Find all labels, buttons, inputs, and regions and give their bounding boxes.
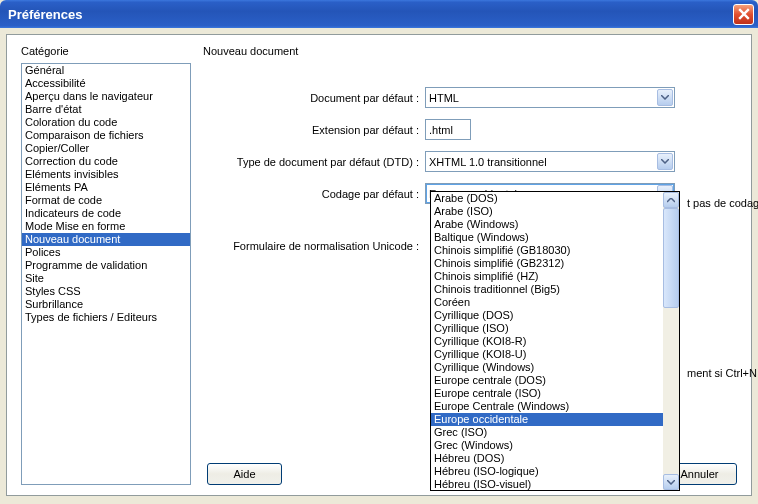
- encoding-option[interactable]: Cyrillique (ISO): [431, 322, 663, 335]
- category-item[interactable]: Accessibilité: [22, 77, 190, 90]
- category-item[interactable]: Général: [22, 64, 190, 77]
- scroll-thumb[interactable]: [663, 208, 679, 308]
- encoding-option[interactable]: Hébreu (ISO-visuel): [431, 478, 663, 490]
- encoding-option[interactable]: Europe occidentale: [431, 413, 663, 426]
- partial-text-encoding: t pas de codage: [687, 197, 758, 209]
- encoding-option[interactable]: Cyrillique (KOI8-R): [431, 335, 663, 348]
- scrollbar[interactable]: [663, 192, 679, 490]
- category-item[interactable]: Copier/Coller: [22, 142, 190, 155]
- category-item[interactable]: Comparaison de fichiers: [22, 129, 190, 142]
- category-item[interactable]: Aperçu dans le navigateur: [22, 90, 190, 103]
- title-bar: Préférences: [0, 0, 758, 28]
- encoding-option[interactable]: Cyrillique (DOS): [431, 309, 663, 322]
- encoding-option[interactable]: Europe centrale (DOS): [431, 374, 663, 387]
- panel-heading: Nouveau document: [203, 45, 737, 57]
- encoding-option[interactable]: Europe Centrale (Windows): [431, 400, 663, 413]
- category-heading: Catégorie: [21, 45, 191, 57]
- chevron-up-icon: [667, 198, 675, 203]
- category-item[interactable]: Indicateurs de code: [22, 207, 190, 220]
- category-item[interactable]: Polices: [22, 246, 190, 259]
- default-doc-value: HTML: [429, 92, 657, 104]
- default-ext-input[interactable]: [425, 119, 471, 140]
- encoding-option[interactable]: Europe centrale (ISO): [431, 387, 663, 400]
- scroll-down-button[interactable]: [663, 474, 679, 490]
- content-pane: Catégorie GénéralAccessibilitéAperçu dan…: [6, 34, 752, 496]
- category-item[interactable]: Styles CSS: [22, 285, 190, 298]
- category-item[interactable]: Mode Mise en forme: [22, 220, 190, 233]
- help-button[interactable]: Aide: [207, 463, 282, 485]
- category-item[interactable]: Types de fichiers / Editeurs: [22, 311, 190, 324]
- encoding-option[interactable]: Chinois traditionnel (Big5): [431, 283, 663, 296]
- category-item[interactable]: Coloration du code: [22, 116, 190, 129]
- close-button[interactable]: [733, 4, 754, 25]
- chevron-down-icon: [657, 153, 673, 170]
- scroll-up-button[interactable]: [663, 192, 679, 208]
- category-list[interactable]: GénéralAccessibilitéAperçu dans le navig…: [21, 63, 191, 485]
- encoding-option[interactable]: Cyrillique (Windows): [431, 361, 663, 374]
- encoding-option[interactable]: Chinois simplifié (GB18030): [431, 244, 663, 257]
- default-dtd-dropdown[interactable]: XHTML 1.0 transitionnel: [425, 151, 675, 172]
- default-encoding-label: Codage par défaut :: [203, 188, 425, 200]
- category-item[interactable]: Correction du code: [22, 155, 190, 168]
- default-ext-label: Extension par défaut :: [203, 124, 425, 136]
- category-item[interactable]: Eléments invisibles: [22, 168, 190, 181]
- close-icon: [738, 8, 750, 20]
- category-column: Catégorie GénéralAccessibilitéAperçu dan…: [21, 45, 191, 485]
- default-doc-label: Document par défaut :: [203, 92, 425, 104]
- encoding-option[interactable]: Arabe (Windows): [431, 218, 663, 231]
- default-doc-dropdown[interactable]: HTML: [425, 87, 675, 108]
- encoding-option[interactable]: Arabe (DOS): [431, 192, 663, 205]
- encoding-option[interactable]: Chinois simplifié (GB2312): [431, 257, 663, 270]
- encoding-option[interactable]: Cyrillique (KOI8-U): [431, 348, 663, 361]
- default-dtd-label: Type de document par défaut (DTD) :: [203, 156, 425, 168]
- encoding-option[interactable]: Baltique (Windows): [431, 231, 663, 244]
- chevron-down-icon: [657, 89, 673, 106]
- category-item[interactable]: Nouveau document: [22, 233, 190, 246]
- encoding-option[interactable]: Chinois simplifié (HZ): [431, 270, 663, 283]
- partial-text-ctrln: ment si Ctrl+N est utilisé: [687, 367, 758, 379]
- encoding-option[interactable]: Hébreu (DOS): [431, 452, 663, 465]
- window-title: Préférences: [8, 7, 733, 22]
- category-item[interactable]: Programme de validation: [22, 259, 190, 272]
- encoding-option[interactable]: Hébreu (ISO-logique): [431, 465, 663, 478]
- category-item[interactable]: Surbrillance: [22, 298, 190, 311]
- category-item[interactable]: Format de code: [22, 194, 190, 207]
- settings-panel: Nouveau document Document par défaut : H…: [203, 45, 737, 485]
- category-item[interactable]: Eléments PA: [22, 181, 190, 194]
- unicode-norm-label: Formulaire de normalisation Unicode :: [203, 240, 425, 252]
- encoding-options-list[interactable]: Arabe (DOS)Arabe (ISO)Arabe (Windows)Bal…: [430, 191, 680, 491]
- default-dtd-value: XHTML 1.0 transitionnel: [429, 156, 657, 168]
- chevron-down-icon: [667, 480, 675, 485]
- encoding-option[interactable]: Grec (ISO): [431, 426, 663, 439]
- category-item[interactable]: Barre d'état: [22, 103, 190, 116]
- category-item[interactable]: Site: [22, 272, 190, 285]
- encoding-option[interactable]: Arabe (ISO): [431, 205, 663, 218]
- encoding-option[interactable]: Grec (Windows): [431, 439, 663, 452]
- encoding-option[interactable]: Coréen: [431, 296, 663, 309]
